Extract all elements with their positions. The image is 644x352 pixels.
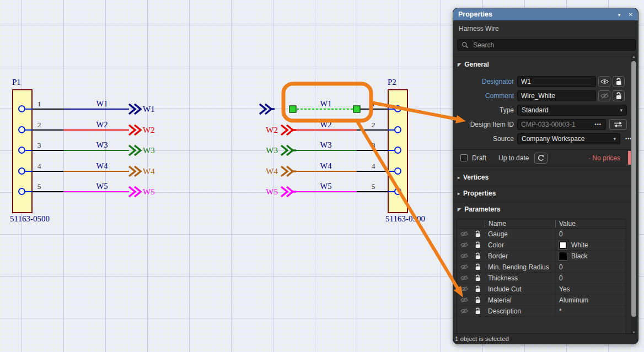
eye-slash-icon[interactable]	[460, 242, 468, 248]
wire-segment[interactable]	[63, 150, 129, 151]
lock-open-icon[interactable]	[475, 252, 481, 259]
wire-segment[interactable]	[33, 129, 63, 131]
eye-slash-icon[interactable]	[460, 264, 468, 270]
wire-segment[interactable]	[63, 191, 129, 192]
column-header-name[interactable]: Name	[485, 220, 555, 228]
wire-segment[interactable]	[357, 171, 388, 172]
wire-segment[interactable]	[292, 171, 357, 172]
harness-entry-icon[interactable]	[127, 123, 144, 137]
swap-component-button[interactable]	[609, 119, 627, 130]
draft-checkbox[interactable]	[460, 154, 468, 161]
lock-open-icon[interactable]	[475, 285, 481, 293]
wire-label[interactable]: W1	[304, 98, 347, 109]
wire-label[interactable]: W5	[143, 186, 166, 197]
scrollbar-thumb[interactable]	[631, 61, 636, 317]
wire-label[interactable]: W2	[80, 119, 124, 130]
panel-scrollbar[interactable]: ▴ ▾	[631, 53, 637, 335]
wire-segment[interactable]	[63, 171, 129, 172]
pin-circle[interactable]	[394, 147, 401, 154]
wire-segment[interactable]	[357, 150, 388, 151]
wire-segment[interactable]	[357, 129, 388, 131]
section-properties[interactable]: ▸Properties	[453, 186, 638, 197]
wire-label[interactable]: W5	[257, 186, 278, 197]
wire-segment[interactable]	[292, 191, 357, 192]
harness-entry-icon[interactable]	[127, 185, 144, 198]
wire-label[interactable]: 2	[366, 120, 380, 131]
wire-segment[interactable]	[33, 171, 63, 172]
wire-segment[interactable]	[25, 109, 33, 110]
wire-label[interactable]: W5	[304, 181, 347, 192]
search-input[interactable]	[472, 41, 631, 50]
wire-label[interactable]: 5	[32, 181, 46, 192]
wire-label[interactable]: W4	[143, 166, 166, 177]
source-dropdown[interactable]: Company Workspace ▾	[517, 133, 620, 144]
type-dropdown[interactable]: Standard ▾	[517, 105, 627, 116]
lock-button[interactable]	[613, 76, 625, 87]
section-parameters[interactable]: ◤Parameters	[453, 202, 638, 213]
wire-label[interactable]: W3	[80, 139, 124, 150]
harness-entry-icon[interactable]	[127, 144, 144, 157]
eye-slash-icon[interactable]	[460, 253, 468, 259]
lock-open-icon[interactable]	[475, 274, 481, 281]
wire-segment[interactable]	[25, 191, 33, 192]
wire-segment[interactable]	[292, 129, 357, 131]
parameter-row[interactable]: Include Cut Yes	[457, 284, 626, 295]
wire-label[interactable]: W2	[143, 124, 166, 136]
wire-label[interactable]: W4	[304, 160, 347, 171]
connector-part-number[interactable]: 51163-0500	[10, 214, 50, 224]
section-vertices[interactable]: ▸Vertices	[453, 170, 638, 181]
comment-input[interactable]	[517, 90, 596, 101]
wire-segment[interactable]	[357, 191, 388, 192]
pin-circle[interactable]	[394, 126, 401, 133]
pin-circle[interactable]	[18, 188, 25, 195]
wire-segment[interactable]	[292, 150, 357, 151]
wire-label[interactable]: W5	[80, 181, 124, 192]
wire-label[interactable]: W3	[304, 139, 347, 150]
lock-button[interactable]	[613, 90, 625, 101]
wire-label[interactable]: 5	[366, 181, 380, 192]
wire-label[interactable]: 3	[32, 140, 46, 151]
connector-designator[interactable]: P2	[388, 78, 396, 87]
eye-slash-icon[interactable]	[460, 231, 468, 237]
lock-open-icon[interactable]	[475, 307, 481, 315]
pin-circle[interactable]	[394, 167, 401, 175]
wire-segment[interactable]	[25, 150, 33, 151]
browse-dots-icon[interactable]: •••	[595, 122, 602, 127]
harness-entry-icon[interactable]	[258, 102, 275, 116]
wire-segment[interactable]	[63, 109, 129, 110]
wire-segment[interactable]	[33, 191, 63, 192]
wire-label[interactable]: W2	[257, 124, 278, 136]
harness-entry-icon[interactable]	[127, 102, 144, 116]
connector-part-number[interactable]: 51163-0500	[385, 214, 425, 224]
eye-slash-icon[interactable]	[460, 286, 468, 292]
wire-segment[interactable]	[63, 129, 129, 131]
search-box[interactable]	[457, 39, 636, 51]
pin-circle[interactable]	[18, 167, 25, 175]
panel-header[interactable]: Properties ▾ ✕	[453, 8, 638, 20]
wire-label[interactable]: W4	[257, 166, 278, 177]
parameter-row[interactable]: Color White	[457, 240, 626, 251]
visibility-button[interactable]	[598, 76, 610, 87]
parameter-row[interactable]: Material Aluminum	[457, 295, 626, 306]
color-swatch[interactable]	[559, 241, 567, 249]
wire-segment[interactable]	[33, 150, 63, 151]
wire-label[interactable]: W1	[143, 104, 166, 115]
wire-label[interactable]: 4	[32, 161, 46, 172]
wire-label[interactable]: W3	[143, 145, 166, 156]
scroll-up-icon[interactable]: ▴	[631, 54, 637, 59]
pin-circle[interactable]	[18, 126, 25, 133]
pin-circle[interactable]	[18, 147, 25, 154]
wire-segment[interactable]	[359, 109, 388, 110]
wire-label[interactable]: 1	[32, 99, 46, 110]
parameter-row[interactable]: Border Black	[457, 251, 626, 262]
lock-open-icon[interactable]	[475, 241, 481, 248]
lock-open-icon[interactable]	[475, 230, 481, 237]
visibility-button[interactable]	[598, 90, 610, 101]
pin-circle[interactable]	[394, 188, 401, 195]
connector-designator[interactable]: P1	[12, 78, 21, 87]
wire-label[interactable]: W4	[80, 160, 124, 171]
designator-input[interactable]	[517, 76, 596, 87]
lock-open-icon[interactable]	[475, 296, 481, 304]
parameter-row[interactable]: Min. Bending Radius 0	[457, 262, 626, 273]
design-item-id-input[interactable]	[517, 119, 606, 130]
